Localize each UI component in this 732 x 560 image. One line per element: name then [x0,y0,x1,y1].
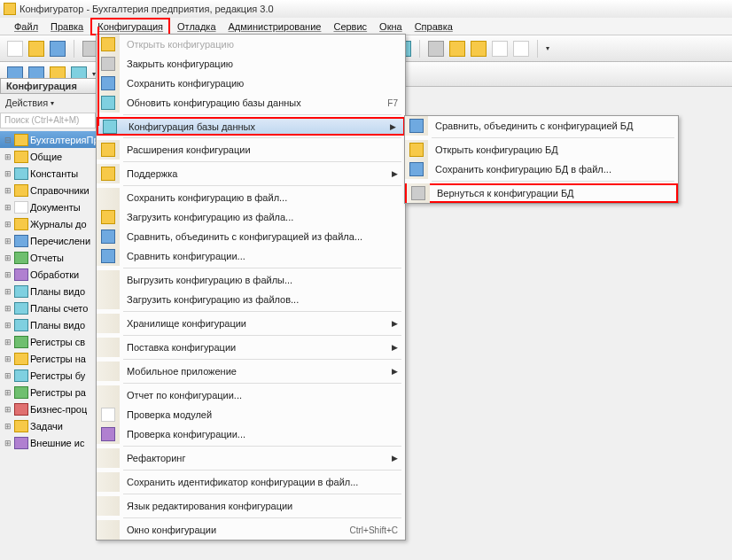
menu-item[interactable]: Сохранить конфигурацию в файл... [97,188,405,207]
menu-label: Загрузить конфигурацию из файлов... [120,294,405,305]
toolbar-more-icon[interactable]: ▾ [546,44,549,52]
expander-icon[interactable]: ⊞ [4,354,12,363]
expander-icon[interactable]: ⊞ [4,304,12,313]
menu-icon [101,364,115,378]
expander-icon[interactable]: ⊞ [4,169,12,178]
menu-item[interactable]: Сохранить конфигурацию [97,74,405,93]
menu-item[interactable]: Проверка конфигурации... [97,424,405,444]
expander-icon[interactable]: ⊞ [4,203,12,212]
tree-label: Регистры на [30,354,86,364]
tb-test-icon[interactable] [428,41,444,57]
expander-icon[interactable]: ⊞ [4,439,12,447]
expander-icon[interactable]: ⊞ [4,321,12,330]
menu-item[interactable]: Отчет по конфигурации... [97,385,405,405]
tb-helpers-icon[interactable] [471,41,487,57]
expander-icon[interactable]: ⊞ [4,237,12,245]
menu-item[interactable]: Язык редактирования конфигурации [97,496,405,516]
menu-label: Открыть конфигурацию [120,39,405,50]
menu-file[interactable]: Файл [9,19,43,34]
menu-item[interactable]: Поставка конфигурации▶ [97,338,405,357]
menu-item[interactable]: Сравнить, объединить с конфигурацией из … [97,227,405,246]
tb-books-icon[interactable] [492,41,508,57]
menu-label: Конфигурация базы данных [121,121,390,132]
menu-item[interactable]: Мобильное приложение▶ [97,362,405,381]
tb-school-icon[interactable] [449,41,465,57]
menu-item[interactable]: Окно конфигурацииCtrl+Shift+C [97,520,405,540]
menu-admin[interactable]: Администрирование [223,19,327,34]
menu-configuration[interactable]: Конфигурация [90,18,170,35]
menu-icon [101,340,115,354]
menu-item[interactable]: Открыть конфигурацию [97,35,405,54]
menu-sep [123,383,401,384]
menu-item[interactable]: Проверка модулей [97,405,405,424]
tree-icon [14,134,28,146]
menu-label: Загрузить конфигурацию из файла... [120,212,405,222]
menu-label: Сохранить конфигурацию в файл... [120,192,405,203]
menu-item[interactable]: Рефакторинг▶ [97,448,405,468]
menu-item[interactable]: Обновить конфигурацию базы данныхF7 [97,93,405,113]
tb-info-icon[interactable] [513,41,529,57]
submenu-item[interactable]: Сохранить конфигурацию БД в файл... [405,159,678,179]
menu-item[interactable]: Сравнить конфигурации... [97,246,405,266]
tree-label: БухгалтерияПре [30,135,105,145]
expander-icon[interactable]: ⊞ [4,338,12,346]
menu-label: Сохранить конфигурацию [120,78,405,89]
menu-label: Сохранить идентификатор конфигурации в ф… [120,477,405,487]
menu-item[interactable]: Хранилище конфигурации▶ [97,314,405,333]
menu-item[interactable]: Расширения конфигурации [97,140,405,159]
menu-icon [101,388,115,402]
menu-item[interactable]: Загрузить конфигурацию из файла... [97,207,405,227]
tree-icon [14,319,28,331]
menu-icon [101,249,115,263]
expander-icon[interactable]: ⊞ [4,388,12,397]
menu-label: Закрыть конфигурацию [120,58,405,69]
search-input[interactable]: Поиск (Ctrl+Alt+M) [0,113,96,128]
expander-icon[interactable]: ⊞ [4,152,12,161]
menu-item[interactable]: Конфигурация базы данных▶ [97,117,405,136]
menu-icon [101,427,115,441]
menu-icon [101,499,115,513]
expander-icon[interactable]: ⊞ [4,270,12,279]
menu-service[interactable]: Сервис [328,19,372,34]
menu-item[interactable]: Загрузить конфигурацию из файлов... [97,290,405,309]
submenu-item[interactable]: Открыть конфигурацию БД [405,140,678,159]
menu-label: Проверка конфигурации... [120,429,405,439]
tree-icon [14,369,28,382]
menu-label: Мобильное приложение [120,366,392,377]
expander-icon[interactable]: ⊞ [4,186,12,195]
tb-new-icon[interactable] [7,41,23,57]
tb-open-icon[interactable] [28,41,44,57]
expander-icon[interactable]: ⊞ [4,371,12,380]
menu-label: Хранилище конфигурации [120,318,392,329]
menu-item[interactable]: Выгрузить конфигурацию в файлы... [97,270,405,290]
submenu-item[interactable]: Сравнить, объединить с конфигурацией БД [405,116,678,136]
expander-icon[interactable]: ⊞ [4,405,12,414]
menu-icon [103,120,117,134]
menu-icon [101,167,115,181]
menu-item[interactable]: Поддержка▶ [97,164,405,183]
tree-label: Регистры бу [30,370,85,381]
menubar: Файл Правка Конфигурация Отладка Админис… [0,18,732,35]
menu-item[interactable]: Закрыть конфигурацию [97,54,405,74]
actions-button[interactable]: Действия ▾ [0,95,97,111]
tb-save-icon[interactable] [50,41,66,57]
tree-label: Константы [30,168,78,179]
menu-dropdown: Открыть конфигурациюЗакрыть конфигурацию… [96,34,406,541]
tree-label: Регистры ра [30,387,86,398]
menu-help[interactable]: Справка [409,19,458,34]
expander-icon[interactable]: ⊞ [4,220,12,229]
menu-debug[interactable]: Отладка [172,19,221,34]
menu-icon [101,191,115,205]
submenu-item[interactable]: Вернуться к конфигурации БД [405,183,678,203]
menu-windows[interactable]: Окна [374,19,408,34]
menu-sep [123,335,401,336]
tree-icon [14,201,28,214]
menu-edit[interactable]: Правка [45,19,89,34]
expander-icon[interactable]: ⊟ [4,136,12,144]
submenu-arrow-icon: ▶ [392,343,405,352]
menu-item[interactable]: Сохранить идентификатор конфигурации в ф… [97,472,405,492]
expander-icon[interactable]: ⊞ [4,422,12,431]
expander-icon[interactable]: ⊞ [4,253,12,262]
expander-icon[interactable]: ⊞ [4,287,12,296]
tree-icon [14,386,28,399]
